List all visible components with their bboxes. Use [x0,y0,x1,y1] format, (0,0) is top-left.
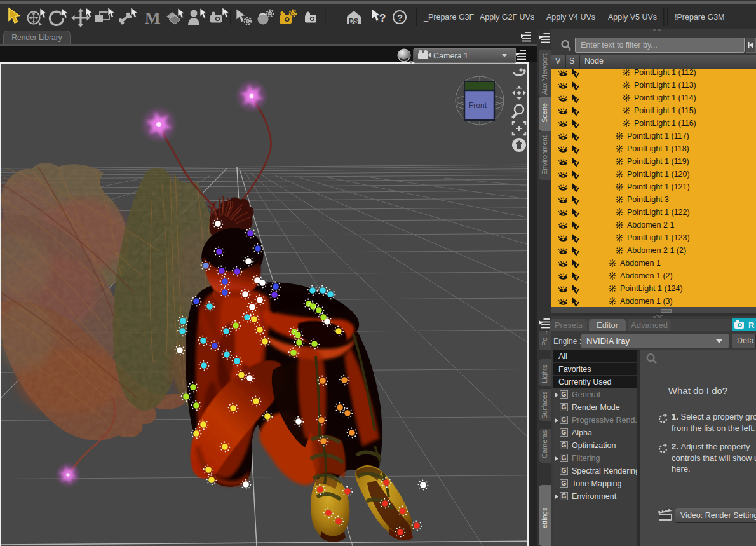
svg-text:M: M [145,9,161,27]
svg-text:DS: DS [349,17,358,25]
svg-text:R: R [748,320,755,330]
svg-text:?: ? [379,12,386,24]
svg-text:?: ? [397,12,403,23]
svg-text:Front: Front [469,101,487,110]
svg-text:Camera 1: Camera 1 [433,51,468,60]
